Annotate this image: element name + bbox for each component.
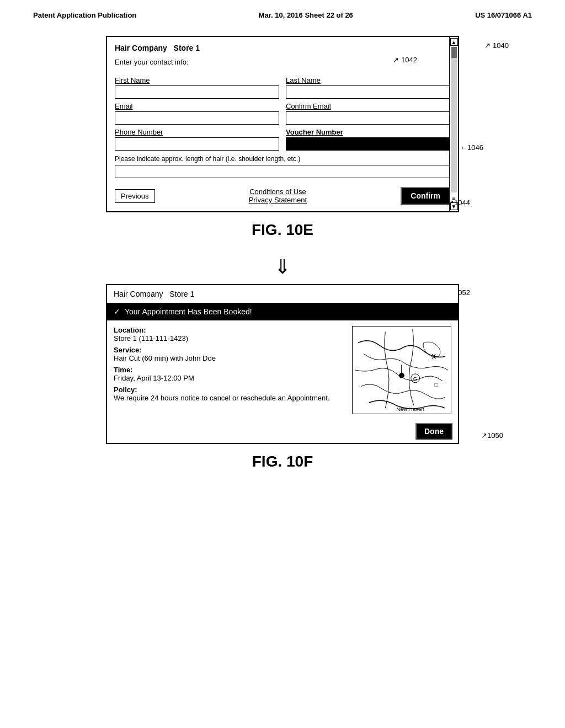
- links-section: Conditions of Use Privacy Statement: [249, 188, 307, 204]
- policy-label: Policy:: [114, 386, 137, 394]
- service-value: Hair Cut (60 min) with John Doe: [114, 354, 216, 362]
- scrollbar[interactable]: ▲ ≡ ▼: [449, 37, 458, 211]
- phone-input[interactable]: [115, 137, 279, 151]
- privacy-link[interactable]: Privacy Statement: [249, 196, 307, 204]
- scrollbar-track: [451, 47, 457, 192]
- email-row: Email Confirm Email: [115, 102, 450, 125]
- header-right: US 16/071066 A1: [475, 11, 532, 19]
- last-name-input[interactable]: [286, 85, 450, 99]
- svg-text:G: G: [413, 376, 418, 382]
- hair-length-section: Please indicate approx. length of hair (…: [115, 155, 450, 178]
- booked-banner: ✓ Your Appointment Has Been Booked!: [107, 303, 458, 320]
- booked-text: Your Appointment Has Been Booked!: [125, 307, 252, 316]
- store-name: Store 1: [174, 44, 200, 52]
- fig-10e-caption: FIG. 10E: [33, 221, 532, 239]
- scrollbar-thumb: [451, 47, 457, 58]
- location-row: Location: Store 1 (111-111-1423): [114, 326, 347, 342]
- time-label: Time:: [114, 366, 132, 374]
- confirm-footer: Done: [107, 420, 458, 443]
- arrow-down: ⇓: [33, 255, 532, 279]
- phone-field: Phone Number: [115, 128, 279, 151]
- map-svg: G X □ New Haven: [353, 326, 451, 414]
- confirm-details: Location: Store 1 (111-111-1423) Service…: [114, 326, 347, 414]
- voucher-field: Voucher Number ←1046: [286, 128, 450, 151]
- confirm-store-header: Hair Company Store 1: [107, 285, 458, 303]
- ref-1046-label: ←1046: [460, 143, 483, 152]
- scrollbar-up-btn[interactable]: ▲: [450, 38, 458, 46]
- location-label: Location:: [114, 326, 146, 334]
- confirm-store-name: Store 1: [169, 290, 194, 298]
- last-name-label: Last Name: [286, 76, 450, 84]
- ref-1042-label: ↗ 1042: [393, 56, 417, 64]
- first-name-input[interactable]: [115, 85, 279, 99]
- checkmark-icon: ✓: [114, 307, 120, 316]
- hair-length-input[interactable]: [115, 165, 450, 178]
- map-placeholder: G X □ New Haven: [352, 326, 451, 414]
- service-label: Service:: [114, 346, 142, 354]
- hair-length-label: Please indicate approx. length of hair (…: [115, 155, 450, 163]
- confirm-button[interactable]: Confirm: [401, 187, 450, 205]
- ref-1044-label: ↗1044: [448, 199, 470, 207]
- done-button[interactable]: Done: [415, 423, 452, 440]
- fig-10f-section: ↗ 1052 Hair Company Store 1 ✓ Your Appoi…: [33, 284, 532, 470]
- contact-info-row: Enter your contact info: ↗ 1042: [115, 58, 450, 71]
- confirm-email-label: Confirm Email: [286, 102, 450, 110]
- phone-voucher-row: Phone Number Voucher Number ←1046: [115, 128, 450, 151]
- confirm-email-field: Confirm Email: [286, 102, 450, 125]
- email-label: Email: [115, 102, 279, 110]
- confirm-content: Location: Store 1 (111-111-1423) Service…: [107, 320, 458, 420]
- svg-point-1: [399, 373, 404, 378]
- policy-value: We require 24 hours notice to cancel or …: [114, 394, 329, 402]
- phone-label: Phone Number: [115, 128, 279, 136]
- email-input[interactable]: [115, 111, 279, 125]
- confirm-store-title: Hair Company: [114, 290, 163, 298]
- policy-row: Policy: We require 24 hours notice to ca…: [114, 386, 347, 402]
- first-name-label: First Name: [115, 76, 279, 84]
- fig-10f-caption: FIG. 10F: [33, 453, 532, 470]
- voucher-label: Voucher Number: [286, 128, 450, 136]
- header-center: Mar. 10, 2016 Sheet 22 of 26: [259, 11, 353, 19]
- contact-label: Enter your contact info:: [115, 58, 189, 66]
- store-title-row: Hair Company Store 1: [115, 44, 450, 52]
- ref-1050-label: ↗1050: [481, 431, 503, 440]
- patent-header: Patent Application Publication Mar. 10, …: [33, 11, 532, 19]
- confirm-email-input[interactable]: [286, 111, 450, 125]
- time-row: Time: Friday, April 13-12:00 PM: [114, 366, 347, 382]
- fig-10e-ui-box: ▲ ≡ ▼ Hair Company Store 1 Enter your co…: [106, 36, 459, 212]
- email-field: Email: [115, 102, 279, 125]
- fig-10e-section: ↗ 1040 ▲ ≡ ▼ Hair Company Store 1: [33, 36, 532, 239]
- last-name-field: Last Name: [286, 76, 450, 99]
- ref-1040-label: ↗ 1040: [484, 41, 509, 50]
- map-city-label: New Haven: [396, 406, 424, 412]
- name-row: First Name Last Name: [115, 76, 450, 99]
- footer-row: Previous Conditions of Use Privacy State…: [115, 184, 450, 205]
- header-left: Patent Application Publication: [33, 11, 136, 19]
- time-value: Friday, April 13-12:00 PM: [114, 374, 194, 382]
- location-value: Store 1 (111-111-1423): [114, 334, 188, 342]
- first-name-field: First Name: [115, 76, 279, 99]
- conditions-link[interactable]: Conditions of Use: [249, 188, 307, 196]
- voucher-input[interactable]: [286, 137, 450, 151]
- svg-text:X: X: [431, 353, 436, 361]
- previous-button[interactable]: Previous: [115, 189, 155, 203]
- fig-10f-ui-box: Hair Company Store 1 ✓ Your Appointment …: [106, 284, 459, 444]
- service-row: Service: Hair Cut (60 min) with John Doe: [114, 346, 347, 362]
- store-title: Hair Company: [115, 44, 167, 52]
- svg-text:□: □: [434, 382, 438, 388]
